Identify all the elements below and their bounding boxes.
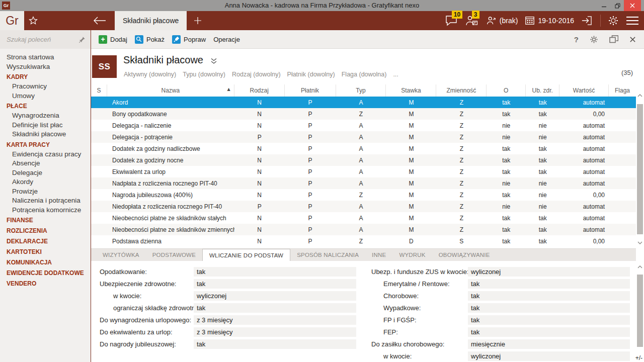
expand-header-button[interactable] <box>210 58 217 64</box>
detail-field-do-zasilku-chorobowego[interactable]: miesięcznie <box>468 339 630 349</box>
new-tab-button[interactable] <box>194 17 202 25</box>
detail-field-do-ekwiwalentu-za-urlop[interactable]: z 3 miesięcy <box>194 327 356 337</box>
grid-scrollbar[interactable] <box>636 93 644 245</box>
detail-field-ubezp-i-fundusze-zus-w-kwocie[interactable]: wyliczonej <box>468 267 630 277</box>
detail-tab-wliczanie-do-podstaw[interactable]: WLICZANIE DO PODSTAW <box>202 249 290 261</box>
sidebar-item-ewidencja-czasu-pracy[interactable]: Ewidencja czasu pracy <box>0 150 91 159</box>
table-row-nadplata-z-rozliczenia-rocznego-pit-40[interactable]: Nadpłata z rozliczenia rocznego PIT-40NP… <box>91 177 636 189</box>
filter-aktywny-dowolny[interactable]: Aktywny (dowolny) <box>124 71 176 78</box>
users-button[interactable]: 3 <box>465 15 478 26</box>
pin-button[interactable] <box>78 36 86 43</box>
column-header-platnik[interactable]: Płatnik <box>285 84 336 97</box>
table-row-delegacja-potracenie[interactable]: Delegacja - potrąceniePPAMZnienieautomat <box>91 131 636 143</box>
filter-platnik-dowolny[interactable]: Płatnik (dowolny) <box>287 71 335 78</box>
detail-field-fep[interactable]: tak <box>468 327 630 337</box>
column-header-wartosc[interactable]: Wartość <box>559 84 609 97</box>
menu-button[interactable] <box>626 16 639 25</box>
module-settings-button[interactable] <box>590 35 598 44</box>
close-button[interactable] <box>624 0 641 11</box>
detail-field-w-kwocie[interactable]: wyliczonej <box>194 291 356 301</box>
table-row-nieobecnosci-platne-ze-skladnikow-stalych[interactable]: Nieobecności płatne ze składników stałyc… <box>91 212 636 224</box>
detail-tab-sposob-naliczania[interactable]: SPOSÓB NALICZANIA <box>290 249 365 261</box>
add-button[interactable]: + Dodaj <box>99 35 127 44</box>
sidebar-item-naliczenia-i-potracenia[interactable]: Naliczenia i potrącenia <box>0 196 91 206</box>
detail-tab-wizytowka[interactable]: WIZYTÓWKA <box>96 249 146 261</box>
sidebar-item-skladniki-placowe[interactable]: Składniki płacowe <box>0 130 91 139</box>
tab-skladniki-placowe[interactable]: Składniki płacowe <box>115 11 187 30</box>
date-button[interactable]: 19-10-2016 <box>525 16 574 26</box>
show-button[interactable]: Pokaż <box>135 35 165 44</box>
column-header-ub-zdr[interactable]: Ub. zdr. <box>526 84 559 97</box>
operations-button[interactable]: Operacje <box>213 36 240 43</box>
detail-tab-obowiazywanie[interactable]: OBOWIĄZYWANIE <box>432 249 497 261</box>
sidebar-item-place[interactable]: PŁACE <box>0 102 91 111</box>
command-search[interactable]: Szukaj poleceń <box>0 30 91 49</box>
sidebar-item-rozliczenia[interactable]: ROZLICZENIA <box>0 226 91 236</box>
table-row-bony-opodatkowane[interactable]: Bony opodatkowaneNPZMZtaktak0,00 <box>91 108 636 120</box>
filter-typu-dowolny[interactable]: Typu (dowolny) <box>183 71 225 78</box>
table-row-podstawa-dzienna[interactable]: Podstawa dziennaNPZDStaktak0,00 <box>91 235 636 247</box>
column-header-typ[interactable]: Typ <box>336 84 386 97</box>
panel-scrollbar[interactable] <box>636 264 644 354</box>
sidebar-item-ewidencje-dodatkowe[interactable]: EWIDENCJE DODATKOWE <box>0 268 91 278</box>
column-header-stawka[interactable]: Stawka <box>386 84 436 97</box>
app-logo[interactable]: Gr <box>0 11 24 30</box>
grid-scroll-thumb[interactable] <box>637 104 643 234</box>
sidebar-item-pracownicy[interactable]: Pracownicy <box>0 82 91 92</box>
table-row-nagroda-jubileuszowa-400[interactable]: Nagroda jubileuszowa (400%)NPZMZtaknie0,… <box>91 189 636 201</box>
sidebar-item-kartoteki[interactable]: KARTOTEKI <box>0 247 91 257</box>
filter-rodzaj-dowolny[interactable]: Rodzaj (dowolny) <box>232 71 281 78</box>
column-header-rodzaj[interactable]: Rodzaj <box>234 84 285 97</box>
favorites-button[interactable] <box>28 16 38 26</box>
sidebar-item-kadry[interactable]: KADRY <box>0 72 91 82</box>
session-button[interactable]: (brak) <box>486 16 518 26</box>
filter-flaga-dowolna[interactable]: Flaga (dowolna) <box>342 71 387 78</box>
sidebar-item-wynagrodzenia[interactable]: Wynagrodzenia <box>0 111 91 121</box>
settings-button[interactable] <box>608 15 619 26</box>
logout-button[interactable] <box>581 16 592 26</box>
sidebar-item-komunikacja[interactable]: KOMUNIKACJA <box>0 258 91 267</box>
restore-button[interactable] <box>611 0 624 11</box>
sidebar-item-absencje[interactable]: Absencje <box>0 159 91 168</box>
sidebar-item-strona-startowa[interactable]: Strona startowa <box>0 53 91 62</box>
detail-field-w-kwocie[interactable]: wyliczonej <box>468 351 630 361</box>
detail-field-ograniczaj-skladke-zdrowotna[interactable]: tak <box>194 303 356 313</box>
help-button[interactable]: ? <box>574 35 579 44</box>
sidebar-item-vendero[interactable]: VENDERO <box>0 279 91 289</box>
detail-tab-wydruk[interactable]: WYDRUK <box>392 249 432 261</box>
sidebar-item-delegacje[interactable]: Delegacje <box>0 168 91 178</box>
column-header-flaga[interactable]: Flaga <box>609 84 636 97</box>
table-row-nieobecnosci-platne-ze-skladnikow-zmiennych[interactable]: Nieobecności płatne ze składników zmienn… <box>91 224 636 235</box>
column-header-zmiennosc[interactable]: Zmienność <box>436 84 487 97</box>
detail-tab-podstawowe[interactable]: PODSTAWOWE <box>146 249 202 261</box>
table-row-akord[interactable]: AkordNPAMZtaktakautomat <box>91 97 636 108</box>
column-header-nazwa[interactable]: Nazwa▲ <box>107 84 234 97</box>
sidebar-item-potracenia-komornicze[interactable]: Potrącenia komornicze <box>0 206 91 215</box>
sidebar-item-prowizje[interactable]: Prowizje <box>0 187 91 197</box>
filter-item[interactable]: ... <box>393 71 398 78</box>
sidebar-item-finanse[interactable]: FINANSE <box>0 216 91 225</box>
detail-field-do-wynagrodzenia-urlopowego[interactable]: z 3 miesięcy <box>194 315 356 325</box>
detach-window-button[interactable] <box>609 35 618 43</box>
sidebar-item-deklaracje[interactable]: DEKLARACJE <box>0 237 91 246</box>
detail-field-ubezpieczenie-zdrowotne[interactable]: tak <box>194 279 356 289</box>
messages-button[interactable]: 10 <box>445 15 458 26</box>
sidebar-item-wyszukiwarka[interactable]: Wyszukiwarka <box>0 62 91 72</box>
sidebar-item-definicje-list-plac[interactable]: Definicje list płac <box>0 121 91 130</box>
detail-field-chorobowe[interactable]: tak <box>468 291 630 301</box>
close-module-button[interactable] <box>629 36 636 43</box>
back-button[interactable] <box>93 17 106 25</box>
table-row-niedoplata-z-rozliczenia-rocznego-pit-40[interactable]: Niedopłata z rozliczenia rocznego PIT-40… <box>91 201 636 212</box>
panel-scroll-up-icon[interactable] <box>637 265 642 268</box>
table-row-ekwiwalent-za-urlop[interactable]: Ekwiwalent za urlopNPAMZtaktakautomat <box>91 166 636 177</box>
table-row-dodatek-za-godziny-nadliczbowe[interactable]: Dodatek za godziny nadliczboweNPAMZtakta… <box>91 143 636 154</box>
scroll-up-icon[interactable] <box>637 94 642 97</box>
sidebar-item-karta-pracy[interactable]: KARTA PRACY <box>0 140 91 150</box>
detail-tab-inne[interactable]: INNE <box>365 249 392 261</box>
column-header-o[interactable]: O <box>487 84 526 97</box>
sidebar-item-akordy[interactable]: Akordy <box>0 177 91 187</box>
detail-field-wypadkowe[interactable]: tak <box>468 303 630 313</box>
scroll-down-icon[interactable] <box>637 241 642 244</box>
edit-button[interactable]: Popraw <box>172 35 206 44</box>
sidebar-item-umowy[interactable]: Umowy <box>0 92 91 101</box>
